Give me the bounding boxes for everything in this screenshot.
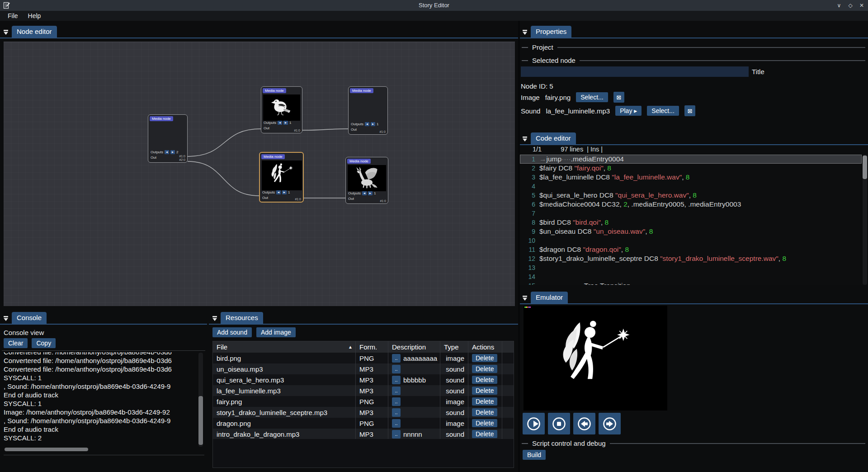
delete-button[interactable]: Delete	[472, 376, 497, 384]
browse-description-button[interactable]: ..	[392, 387, 401, 395]
code-line-1[interactable]: 1→jump····.mediaEntry0004	[520, 155, 862, 164]
code-line-13[interactable]: 13	[520, 263, 862, 272]
code-line-8[interactable]: 8$bird DC8 "bird.qoi", 8	[520, 218, 862, 227]
code-line-11[interactable]: 11$dragon DC8 "dragon.qoi", 8	[520, 245, 862, 254]
collapse-icon[interactable]	[521, 294, 529, 302]
node-title-input[interactable]	[521, 66, 749, 77]
delete-button[interactable]: Delete	[472, 419, 497, 427]
node-graph-canvas[interactable]: Media nodeOutputs◀▶2Out#1:0#2:0Media nod…	[4, 42, 515, 306]
code-line-2[interactable]: 2$fairy DC8 "fairy.qoi", 8	[520, 164, 862, 173]
line-content: Tree Transition	[539, 281, 631, 285]
choice-media-node[interactable]: Media nodeOutputs◀▶1Out#1:0	[348, 86, 388, 135]
output-prev-button[interactable]: ◀	[165, 150, 169, 154]
browse-description-button[interactable]: ..	[392, 354, 401, 363]
browse-description-button[interactable]: ..	[392, 376, 401, 384]
output-prev-button[interactable]: ◀	[362, 191, 367, 195]
delete-button[interactable]: Delete	[472, 365, 497, 373]
copy-button[interactable]: Copy	[32, 338, 56, 348]
column-header-form[interactable]: Form.	[356, 341, 388, 353]
build-button[interactable]: Build	[523, 450, 546, 460]
code-editor-area[interactable]: 1→jump····.mediaEntry00042$fairy DC8 "fa…	[520, 155, 862, 285]
collapse-icon[interactable]	[2, 28, 10, 36]
resource-row[interactable]: intro_drako_le_dragon.mp3MP3..nnnnnsound…	[213, 429, 514, 439]
console-vscrollbar-thumb[interactable]	[198, 396, 203, 445]
browse-description-button[interactable]: ..	[392, 430, 401, 439]
output-next-button[interactable]: ▶	[282, 190, 287, 194]
delete-button[interactable]: Delete	[472, 354, 497, 362]
image-select-button[interactable]: Select...	[576, 92, 608, 102]
tab-node-editor[interactable]: Node editor	[12, 26, 57, 38]
code-line-15[interactable]: 15 Tree Transition	[520, 281, 862, 285]
resource-row[interactable]: bird.pngPNG..aaaaaaaaaimageDelete	[213, 353, 514, 363]
resource-row[interactable]: qui_sera_le_hero.mp3MP3..bbbbbbsoundDele…	[213, 374, 514, 385]
sound-play-button[interactable]: Play ▸	[615, 106, 642, 116]
resource-row[interactable]: story1_drako_luminelle_sceptre.mp3MP3..s…	[213, 407, 514, 418]
code-line-7[interactable]: 7	[520, 209, 862, 218]
code-editor-tabline	[520, 144, 868, 145]
collapse-icon[interactable]	[2, 314, 10, 322]
code-line-10[interactable]: 10	[520, 236, 862, 245]
tab-properties[interactable]: Properties	[531, 26, 571, 38]
output-prev-button[interactable]: ◀	[276, 190, 281, 194]
output-next-button[interactable]: ▶	[371, 122, 375, 126]
step-back-button[interactable]	[573, 413, 595, 434]
output-prev-button[interactable]: ◀	[278, 121, 282, 125]
tab-emulator[interactable]: Emulator	[531, 292, 568, 303]
node-editor-header: Node editor	[2, 26, 57, 38]
column-header-file[interactable]: File▲	[213, 341, 356, 353]
start-media-node[interactable]: Media nodeOutputs◀▶2Out#1:0#2:0	[148, 114, 188, 163]
tab-resources[interactable]: Resources	[221, 312, 263, 324]
dragon-media-node[interactable]: Media nodeOutputs◀▶1Out#1:0	[345, 157, 388, 204]
image-clear-button[interactable]: ⊠	[613, 92, 624, 103]
column-header-actions[interactable]: Actions	[468, 341, 502, 353]
column-header-type[interactable]: Type	[440, 341, 468, 353]
output-next-button[interactable]: ▶	[283, 121, 288, 125]
code-line-9[interactable]: 9$un_oiseau DC8 "un_oiseau.wav", 8	[520, 227, 862, 236]
code-line-14[interactable]: 14	[520, 272, 862, 281]
tab-console[interactable]: Console	[12, 312, 47, 324]
add-sound-button[interactable]: Add sound	[212, 327, 252, 337]
column-header-description[interactable]: Description	[388, 341, 440, 353]
play-button[interactable]	[523, 413, 545, 434]
minimize-button[interactable]: ∨	[835, 2, 843, 9]
menu-help[interactable]: Help	[23, 11, 46, 20]
code-line-6[interactable]: 6$mediaChoice0004 DC32, 2, .mediaEntry00…	[520, 200, 862, 209]
sound-clear-button[interactable]: ⊠	[684, 105, 695, 116]
tab-code-editor[interactable]: Code editor	[531, 132, 576, 144]
delete-button[interactable]: Delete	[472, 387, 497, 395]
maximize-button[interactable]: ◇	[847, 2, 854, 9]
code-line-3[interactable]: 3$la_fee_luminelle DC8 "la_fee_luminelle…	[520, 173, 862, 182]
browse-description-button[interactable]: ..	[392, 408, 401, 417]
browse-description-button[interactable]: ..	[392, 365, 401, 373]
bird-media-node[interactable]: Media nodeOutputs◀▶1Out#1:0	[261, 86, 302, 133]
step-forward-button[interactable]	[599, 413, 621, 434]
sound-select-button[interactable]: Select...	[647, 106, 679, 116]
output-next-button[interactable]: ▶	[368, 191, 373, 195]
delete-button[interactable]: Delete	[472, 408, 497, 416]
code-line-12[interactable]: 12$story1_drako_luminelle_sceptre DC8 "s…	[520, 254, 862, 263]
resource-row[interactable]: dragon.pngPNG..imageDelete	[213, 418, 514, 429]
stop-button[interactable]	[548, 413, 570, 434]
fairy-media-node[interactable]: Media nodeOutputs◀▶1Out#1:0	[259, 152, 304, 203]
collapse-icon[interactable]	[521, 28, 529, 36]
close-button[interactable]: ✕	[858, 2, 865, 9]
add-image-button[interactable]: Add image	[256, 327, 296, 337]
collapse-icon[interactable]	[211, 314, 219, 322]
file-cell: dragon.png	[213, 418, 356, 429]
code-line-4[interactable]: 4	[520, 182, 862, 191]
browse-description-button[interactable]: ..	[392, 397, 401, 406]
resource-row[interactable]: fairy.pngPNG..imageDelete	[213, 396, 514, 407]
console-hscrollbar-thumb[interactable]	[5, 448, 88, 451]
code-vscrollbar-thumb[interactable]	[863, 156, 867, 179]
browse-description-button[interactable]: ..	[392, 419, 401, 428]
code-line-5[interactable]: 5$qui_sera_le_hero DC8 "qui_sera_le_hero…	[520, 191, 862, 200]
resource-row[interactable]: un_oiseau.mp3MP3..soundDelete	[213, 363, 514, 374]
output-next-button[interactable]: ▶	[170, 150, 175, 154]
delete-button[interactable]: Delete	[472, 397, 497, 406]
output-prev-button[interactable]: ◀	[365, 122, 369, 126]
delete-button[interactable]: Delete	[472, 430, 497, 438]
collapse-icon[interactable]	[521, 135, 529, 143]
resource-row[interactable]: la_fee_luminelle.mp3MP3..soundDelete	[213, 385, 514, 396]
menu-file[interactable]: File	[3, 11, 23, 20]
clear-button[interactable]: Clear	[4, 338, 28, 348]
